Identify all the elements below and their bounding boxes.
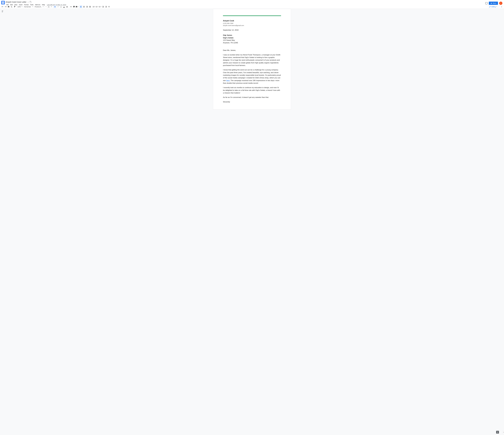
paragraph-3: I recently took six months to continue m… <box>223 86 281 94</box>
recipient-name: Gigi James <box>223 34 281 36</box>
chevron-left-icon <box>503 432 504 433</box>
decrease-indent-button[interactable] <box>102 5 104 8</box>
add-comment-button[interactable] <box>72 5 75 8</box>
numbered-list-button[interactable] <box>96 5 98 8</box>
recipient-company: Gigi's Gelato <box>223 36 281 39</box>
header-right: Share T <box>485 1 503 5</box>
closing: Sincerely <box>223 101 281 103</box>
menu-tools[interactable]: Tools <box>29 4 34 6</box>
sender-email: aniyah.cook.learns@gmail.com <box>223 24 281 26</box>
document-title[interactable]: Aniyah Cook Cover Letter <box>6 1 27 3</box>
print-button[interactable] <box>7 5 10 8</box>
salutation: Dear Ms. James, <box>223 49 281 52</box>
user-avatar[interactable]: T <box>499 2 502 5</box>
paragraph-style-select[interactable]: Normal text <box>24 6 33 8</box>
toolbar-right: Editing <box>488 5 503 8</box>
portfolio-link[interactable]: here <box>226 79 230 81</box>
document-page[interactable]: Aniyah Cook (123) 456-7890 aniyah.cook.l… <box>213 9 291 109</box>
title-row: Aniyah Cook Cover Letter ☆ <box>6 1 485 3</box>
chevron-down-icon <box>78 7 78 7</box>
title-area: Aniyah Cook Cover Letter ☆ File Edit Vie… <box>6 1 485 6</box>
menu-format[interactable]: Format <box>23 4 29 6</box>
para2-text-post: . The campaign received over 10K impress… <box>223 79 279 84</box>
explore-button[interactable] <box>496 431 499 434</box>
separator <box>23 6 23 8</box>
italic-button[interactable]: I <box>56 5 59 8</box>
font-size-control: − + <box>45 6 53 8</box>
share-label: Share <box>493 2 496 4</box>
docs-logo-icon[interactable] <box>1 1 5 4</box>
clear-formatting-button[interactable] <box>108 5 110 8</box>
separator <box>44 6 45 8</box>
move-to-folder-icon[interactable] <box>30 1 31 3</box>
font-size-input[interactable] <box>47 6 50 8</box>
app-header: Aniyah Cook Cover Letter ☆ File Edit Vie… <box>0 0 504 5</box>
collapse-toolbar-button[interactable] <box>500 5 503 8</box>
insert-link-button[interactable] <box>70 5 72 8</box>
paragraph-2: I know that getting the word out can be … <box>223 69 281 85</box>
letter-date: September 12, 2019 <box>223 29 281 31</box>
letter-body: Dear Ms. James, I was so excited when my… <box>223 49 281 103</box>
chevron-down-icon <box>43 7 44 7</box>
recipient-city: Anytown, TN 12345 <box>223 42 281 44</box>
highlight-button[interactable] <box>66 5 68 8</box>
paragraph-1: I was so excited when my friend Frank Th… <box>223 53 281 67</box>
decrease-font-size-button[interactable]: − <box>45 6 47 8</box>
pencil-icon <box>489 6 491 8</box>
font-value: Proxima N... <box>35 6 42 8</box>
accent-bar <box>223 15 281 16</box>
separator <box>79 6 79 8</box>
style-value: Normal text <box>24 6 31 8</box>
align-center-button[interactable] <box>82 5 85 8</box>
paint-format-button[interactable] <box>13 5 16 8</box>
document-outline-button[interactable] <box>1 10 4 13</box>
side-panel-toggle[interactable] <box>503 431 504 434</box>
align-right-button[interactable] <box>86 5 88 8</box>
chevron-down-icon <box>22 7 22 7</box>
bulleted-list-button[interactable] <box>99 5 101 8</box>
bold-button[interactable]: B <box>54 5 56 8</box>
separator <box>34 6 34 8</box>
menu-insert[interactable]: Insert <box>18 4 23 6</box>
chevron-down-icon <box>32 7 33 7</box>
person-add-icon <box>490 2 492 4</box>
canvas-area: Aniyah Cook (123) 456-7890 aniyah.cook.l… <box>0 9 504 435</box>
increase-indent-button[interactable] <box>105 5 108 8</box>
paragraph-4: As far as I'm concerned, it doesn't get … <box>223 96 281 99</box>
zoom-select[interactable]: 125% <box>17 6 23 8</box>
separator <box>69 6 69 8</box>
editing-label: Editing <box>491 6 496 8</box>
sender-phone: (123) 456-7890 <box>223 22 281 24</box>
spellcheck-button[interactable] <box>10 5 13 8</box>
underline-button[interactable]: U <box>60 5 63 8</box>
text-color-button[interactable]: A <box>63 5 65 8</box>
mode-select[interactable]: Editing <box>488 5 498 8</box>
undo-button[interactable] <box>1 5 4 8</box>
increase-font-size-button[interactable]: + <box>50 6 53 8</box>
chevron-up-icon <box>501 7 502 7</box>
redo-button[interactable] <box>4 5 7 8</box>
zoom-value: 125% <box>18 6 21 8</box>
chevron-down-icon <box>95 7 95 7</box>
line-spacing-button[interactable] <box>92 5 95 8</box>
align-justify-button[interactable] <box>89 5 91 8</box>
chevron-down-icon <box>98 7 98 7</box>
chevron-down-icon <box>101 7 101 7</box>
menu-addons[interactable]: Add-ons <box>34 4 41 6</box>
chevron-down-icon <box>496 7 497 7</box>
font-family-select[interactable]: Proxima N... <box>34 6 44 8</box>
align-left-button[interactable] <box>80 5 82 8</box>
recipient-street: 123 Sweet Way <box>223 39 281 42</box>
recipient-block: Gigi James Gigi's Gelato 123 Sweet Way A… <box>223 34 281 44</box>
share-button[interactable]: Share <box>489 2 498 5</box>
open-comments-icon[interactable] <box>485 2 487 4</box>
sender-name: Aniyah Cook <box>223 20 281 22</box>
insert-image-button[interactable] <box>76 5 78 8</box>
star-icon[interactable]: ☆ <box>27 1 29 3</box>
